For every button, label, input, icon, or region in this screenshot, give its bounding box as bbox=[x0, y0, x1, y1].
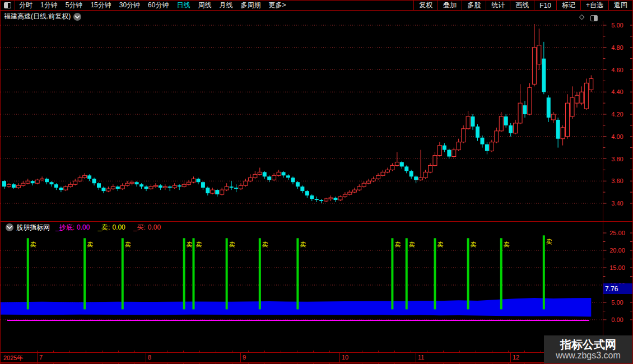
axis-tick bbox=[459, 351, 460, 353]
indicator-values: _抄底:0.00_卖:0.00_买:0.00 bbox=[55, 223, 169, 232]
stock-title[interactable]: 福建高速(日线.前复权) bbox=[4, 12, 71, 21]
axis-tick bbox=[183, 351, 184, 353]
month-divider bbox=[146, 353, 146, 362]
svg-text:5.00: 5.00 bbox=[611, 22, 623, 29]
watermark-title: 指标公式网 bbox=[560, 338, 616, 351]
period-item-5[interactable]: 60分钟 bbox=[144, 1, 173, 10]
axis-tick bbox=[86, 351, 86, 353]
axis-tick bbox=[118, 351, 119, 353]
watermark: 指标公式网 www.zbgs3.com bbox=[544, 335, 632, 363]
axis-tick bbox=[508, 351, 509, 353]
axis-tick bbox=[524, 351, 525, 353]
svg-text:卖: 卖 bbox=[187, 241, 193, 248]
svg-text:3.80: 3.80 bbox=[611, 156, 623, 162]
period-item-0[interactable]: 分时 bbox=[15, 1, 36, 10]
app-window: 分时1分钟5分钟15分钟30分钟60分钟日线周线月线多周期更多> 复权叠加多股统… bbox=[0, 0, 633, 364]
svg-text:卖: 卖 bbox=[229, 241, 235, 248]
svg-text:卖: 卖 bbox=[409, 241, 415, 248]
axis-tick bbox=[427, 351, 427, 353]
axis-tick bbox=[443, 351, 444, 353]
indicator-chart[interactable]: 卖卖卖卖卖卖卖卖卖卖卖卖卖卖25.0020.0015.0010.005.000.… bbox=[1, 221, 633, 352]
axis-tick bbox=[476, 351, 476, 353]
svg-text:4.40: 4.40 bbox=[611, 88, 623, 95]
axis-tick bbox=[69, 351, 70, 353]
watermark-url: www.zbgs3.com bbox=[556, 351, 621, 361]
svg-text:卖: 卖 bbox=[437, 241, 443, 248]
period-item-9[interactable]: 多周期 bbox=[236, 1, 264, 10]
axis-tick bbox=[313, 351, 314, 353]
svg-text:卖: 卖 bbox=[394, 241, 401, 248]
diamond-icon[interactable] bbox=[578, 13, 585, 23]
svg-text:卖: 卖 bbox=[504, 241, 510, 248]
month-label: 7 bbox=[39, 354, 43, 361]
top-toolbar: 分时1分钟5分钟15分钟30分钟60分钟日线周线月线多周期更多> 复权叠加多股统… bbox=[1, 1, 632, 11]
indicator-field-label: _抄底: bbox=[55, 223, 75, 231]
tool-item-2[interactable]: 多股 bbox=[462, 1, 486, 10]
svg-text:7.76: 7.76 bbox=[605, 285, 618, 293]
chart-title-row: 福建高速(日线.前复权) bbox=[1, 11, 632, 22]
month-divider bbox=[37, 353, 38, 362]
month-divider bbox=[510, 353, 511, 362]
indicator-field-value: 0.00 bbox=[77, 223, 90, 231]
tool-item-1[interactable]: 叠加 bbox=[437, 1, 462, 10]
date-axis: 2025年 789101112 bbox=[1, 352, 633, 363]
axis-tick bbox=[281, 351, 281, 353]
tool-item-0[interactable]: 复权 bbox=[413, 1, 437, 10]
period-item-8[interactable]: 月线 bbox=[215, 1, 236, 10]
month-label: 8 bbox=[148, 354, 151, 361]
svg-text:卖: 卖 bbox=[546, 238, 552, 245]
month-divider bbox=[240, 353, 241, 362]
axis-tick bbox=[264, 351, 265, 353]
svg-text:20.00: 20.00 bbox=[609, 247, 625, 254]
svg-text:卖: 卖 bbox=[300, 241, 306, 248]
period-item-3[interactable]: 15分钟 bbox=[86, 1, 115, 10]
month-label: 11 bbox=[418, 354, 424, 361]
period-item-1[interactable]: 1分钟 bbox=[36, 1, 62, 10]
svg-text:4.60: 4.60 bbox=[611, 67, 623, 73]
indicator-field-value: 0.00 bbox=[112, 223, 125, 231]
tool-item-7[interactable]: +自选 bbox=[580, 1, 608, 10]
axis-tick bbox=[151, 351, 151, 353]
svg-text:5.00: 5.00 bbox=[611, 299, 623, 306]
axis-tick bbox=[134, 351, 135, 353]
tool-item-4[interactable]: 画线 bbox=[510, 1, 534, 10]
year-label: 2025年 bbox=[3, 354, 23, 362]
period-menu: 分时1分钟5分钟15分钟30分钟60分钟日线周线月线多周期更多> bbox=[15, 1, 290, 10]
svg-text:卖: 卖 bbox=[30, 241, 36, 248]
indicator-field-0: _抄底:0.00 bbox=[55, 223, 90, 232]
indicator-dropdown-icon[interactable] bbox=[6, 223, 13, 231]
title-dropdown-icon[interactable] bbox=[73, 13, 81, 21]
axis-tick bbox=[329, 351, 330, 353]
axis-tick bbox=[541, 351, 541, 353]
axis-tick bbox=[53, 351, 54, 353]
svg-text:25.00: 25.00 bbox=[609, 230, 625, 236]
indicator-header: 股朋指标网 _抄底:0.00_卖:0.00_买:0.00 bbox=[3, 223, 169, 232]
axis-tick bbox=[248, 351, 249, 353]
axis-tick bbox=[37, 351, 38, 353]
svg-text:0.00: 0.00 bbox=[611, 316, 623, 323]
tool-item-6[interactable]: 标记 bbox=[556, 1, 580, 10]
svg-text:卖: 卖 bbox=[125, 241, 131, 248]
svg-text:卖: 卖 bbox=[87, 241, 93, 248]
axis-tick bbox=[362, 351, 362, 353]
axis-tick bbox=[199, 351, 200, 353]
axis-tick bbox=[216, 351, 216, 353]
period-item-7[interactable]: 周线 bbox=[194, 1, 215, 10]
tool-item-5[interactable]: F10 bbox=[534, 1, 556, 10]
axis-tick bbox=[102, 351, 103, 353]
period-item-2[interactable]: 5分钟 bbox=[62, 1, 87, 10]
svg-text:卖: 卖 bbox=[262, 241, 268, 248]
period-item-10[interactable]: 更多> bbox=[264, 1, 290, 10]
panel-toggle-icon[interactable] bbox=[1, 1, 15, 10]
svg-text:15.00: 15.00 bbox=[609, 264, 625, 271]
indicator-source-label: 股朋指标网 bbox=[16, 223, 50, 232]
period-item-6[interactable]: 日线 bbox=[173, 1, 194, 10]
main-candlestick-chart[interactable]: 5.004.804.604.404.204.003.803.603.40 bbox=[1, 21, 633, 221]
svg-text:3.60: 3.60 bbox=[611, 178, 623, 184]
axis-tick bbox=[378, 351, 379, 353]
period-item-4[interactable]: 30分钟 bbox=[115, 1, 144, 10]
tool-item-8[interactable]: 返回 bbox=[608, 1, 632, 10]
svg-text:卖: 卖 bbox=[471, 241, 477, 248]
split-screen-icon[interactable] bbox=[590, 15, 598, 21]
tool-item-3[interactable]: 统计 bbox=[486, 1, 510, 10]
